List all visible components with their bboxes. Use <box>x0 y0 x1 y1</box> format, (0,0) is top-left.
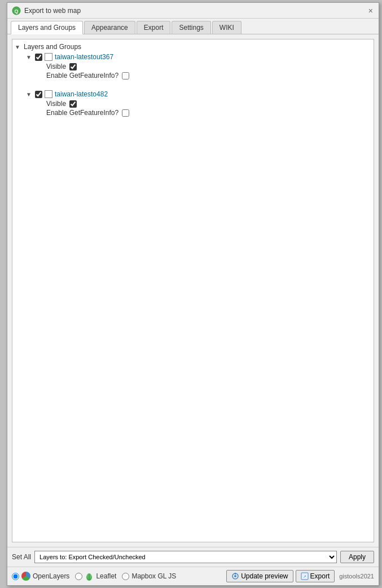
footer-actions: Update preview ↗ Export gistools2021 <box>226 570 374 582</box>
tab-layers[interactable]: Layers and Groups <box>11 21 83 34</box>
tab-settings[interactable]: Settings <box>172 21 210 34</box>
svg-text:↗: ↗ <box>303 574 306 578</box>
layer-2-gfi-checkbox[interactable] <box>122 109 129 117</box>
radio-mapboxgl-label: Mapbox GL JS <box>131 572 176 580</box>
layers-panel: ▼ Layers and Groups ▼ taiwan-latestout36… <box>12 39 374 542</box>
layer-2-checkbox[interactable] <box>35 91 42 98</box>
export-label: Export <box>310 572 330 580</box>
layer-1-gfi-checkbox[interactable] <box>122 72 129 79</box>
tab-bar: Layers and Groups Appearance Export Sett… <box>7 19 379 34</box>
layer-2-visible-checkbox[interactable] <box>69 100 77 108</box>
export-icon: ↗ <box>301 572 309 580</box>
export-button[interactable]: ↗ Export <box>296 570 335 582</box>
layer-1-arrow[interactable]: ▼ <box>26 54 33 60</box>
window-title: Export to web map <box>24 7 81 15</box>
radio-leaflet-label: Leaflet <box>96 572 116 580</box>
tab-appearance[interactable]: Appearance <box>84 21 135 34</box>
layer-1-header: ▼ taiwan-latestout367 <box>26 53 371 61</box>
layer-2-visible-label: Visible <box>46 100 66 108</box>
layer-1-props: Visible Enable GetFeatureInfo? <box>46 61 371 81</box>
svg-rect-7 <box>235 573 236 574</box>
layer-1-icon <box>45 53 52 61</box>
layer-2-arrow[interactable]: ▼ <box>26 91 33 98</box>
layer-2-name[interactable]: taiwan-latesto482 <box>55 90 108 98</box>
group-arrow[interactable]: ▼ <box>15 44 21 50</box>
layer-2-gfi-row: Enable GetFeatureInfo? <box>46 108 371 117</box>
radio-leaflet: Leaflet <box>75 572 116 581</box>
set-all-label: Set All <box>12 553 31 561</box>
group-title: Layers and Groups <box>24 43 81 51</box>
layer-item-1: ▼ taiwan-latestout367 Visible Enable Get… <box>26 52 371 82</box>
layer-1-visible-label: Visible <box>46 63 66 70</box>
gistools-label: gistools2021 <box>339 573 374 580</box>
update-preview-label: Update preview <box>241 572 288 580</box>
main-window: Q Export to web map × Layers and Groups … <box>7 2 379 586</box>
set-all-select[interactable]: Layers to: Export Checked/Unchecked Laye… <box>34 551 337 563</box>
radio-mapboxgl-input[interactable] <box>122 573 129 580</box>
layer-1-visible-checkbox[interactable] <box>69 63 77 70</box>
svg-point-6 <box>234 575 236 577</box>
group-header: ▼ Layers and Groups <box>15 42 371 52</box>
layer-1-name[interactable]: taiwan-latestout367 <box>55 53 113 61</box>
apply-button[interactable]: Apply <box>340 551 374 563</box>
update-preview-icon <box>231 572 239 580</box>
bottom-bar: Set All Layers to: Export Checked/Unchec… <box>7 547 379 567</box>
radio-openlayers-input[interactable] <box>12 573 19 580</box>
tab-export[interactable]: Export <box>137 21 171 34</box>
layer-1-gfi-label: Enable GetFeatureInfo? <box>46 72 118 79</box>
close-button[interactable]: × <box>367 7 374 15</box>
update-preview-button[interactable]: Update preview <box>226 570 293 582</box>
layer-1-visible-row: Visible <box>46 62 371 71</box>
layer-1-checkbox[interactable] <box>35 54 42 61</box>
layer-separator <box>15 82 371 89</box>
layer-2-visible-row: Visible <box>46 99 371 108</box>
layer-1-gfi-row: Enable GetFeatureInfo? <box>46 71 371 80</box>
layer-2-header: ▼ taiwan-latesto482 <box>26 90 371 98</box>
radio-leaflet-input[interactable] <box>75 573 82 580</box>
radio-openlayers-label: OpenLayers <box>33 572 69 580</box>
tab-wiki[interactable]: WIKI <box>212 21 242 34</box>
openlayers-icon <box>21 572 30 581</box>
svg-text:Q: Q <box>14 8 18 14</box>
layer-2-gfi-label: Enable GetFeatureInfo? <box>46 109 118 117</box>
layer-2-icon <box>45 90 52 98</box>
radio-openlayers: OpenLayers <box>12 572 69 581</box>
layer-item-2: ▼ taiwan-latesto482 Visible Enable GetFe… <box>26 89 371 120</box>
radio-mapboxgl: Mapbox GL JS <box>122 572 176 580</box>
title-bar-left: Q Export to web map <box>12 6 81 15</box>
app-icon: Q <box>12 6 21 15</box>
title-bar: Q Export to web map × <box>7 3 379 19</box>
main-content: ▼ Layers and Groups ▼ taiwan-latestout36… <box>7 34 379 547</box>
layer-2-props: Visible Enable GetFeatureInfo? <box>46 98 371 118</box>
leaflet-icon <box>85 572 94 581</box>
footer-bar: OpenLayers Leaflet Mapbox GL JS Updat <box>7 567 379 585</box>
